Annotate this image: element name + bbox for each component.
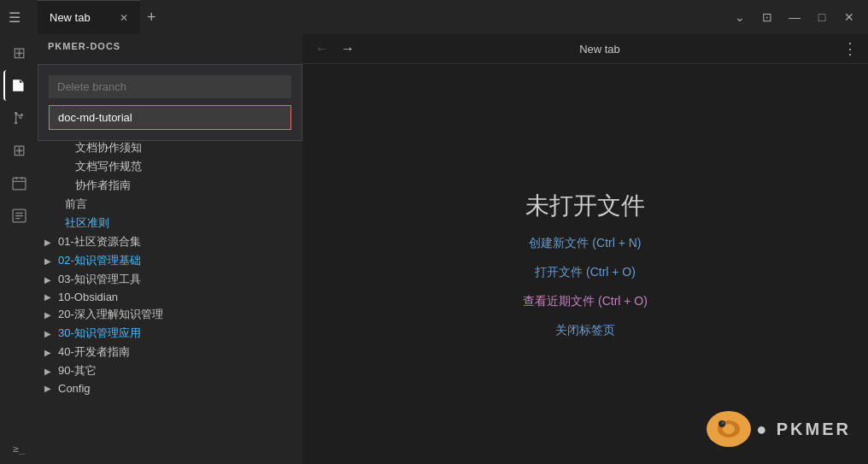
chevron-icon: ▶ (44, 292, 55, 302)
activity-pages[interactable] (3, 200, 34, 231)
maximize-button[interactable]: □ (810, 5, 834, 29)
tree-item-30[interactable]: ▶ 30-知识管理应用 (38, 324, 302, 343)
layout-icon[interactable]: ⊡ (755, 5, 779, 29)
tree-label: 前言 (65, 197, 87, 212)
main-body: 未打开文件 创建新文件 (Ctrl + N) 打开文件 (Ctrl + O) 查… (302, 64, 868, 464)
activity-files[interactable] (3, 70, 34, 101)
activity-bar: ⊞ ⊞ ≥_ (0, 34, 38, 464)
titlebar-left: ☰ (0, 9, 38, 26)
tree-label: 40-开发者指南 (58, 344, 130, 360)
sidebar: Pkmer-Docs ✎ 📁 ↕ ✕ doc-md-tutorial ▶ 00-… (38, 34, 302, 464)
recent-files-link[interactable]: 查看近期文件 (Ctrl + O) (523, 294, 648, 309)
tree-item-01[interactable]: ▶ 01-社区资源合集 (38, 232, 302, 251)
tree-label: 文档写作规范 (75, 159, 142, 174)
nav-back-button[interactable]: ← (313, 39, 331, 58)
tree-label: Config (58, 382, 91, 395)
active-tab[interactable]: New tab ✕ (38, 0, 140, 34)
close-tab-link[interactable]: 关闭标签页 (555, 323, 615, 338)
tree-item-03[interactable]: ▶ 03-知识管理工具 (38, 270, 302, 289)
branch-suggestion[interactable]: doc-md-tutorial (49, 105, 291, 130)
chevron-icon: ▶ (44, 238, 55, 247)
tree-label: 90-其它 (58, 363, 97, 379)
svg-point-9 (722, 422, 724, 425)
close-button[interactable]: ✕ (837, 5, 861, 29)
chevron-icon: ▶ (44, 256, 55, 266)
chevron-icon: ▶ (44, 329, 55, 338)
content-area: ⊞ ⊞ ≥_ Pkmer-Docs ✎ 📁 ↕ ✕ doc-md-tutoria… (0, 34, 868, 464)
tree-label: 协作者指南 (75, 178, 131, 193)
activity-terminal[interactable]: ≥_ (3, 433, 34, 464)
titlebar: ☰ New tab ✕ + ⌄ ⊡ — □ ✕ (0, 0, 868, 34)
main-header: ← → New tab ⋮ (302, 34, 868, 64)
pkmer-logo-circle (707, 411, 751, 447)
activity-layout[interactable]: ⊞ (3, 38, 34, 68)
tree-item-90[interactable]: ▶ 90-其它 (38, 361, 302, 380)
tree-item-preface[interactable]: 前言 (38, 195, 302, 214)
sidebar-root-label: Pkmer-Docs (38, 34, 302, 55)
activity-grid[interactable]: ⊞ (3, 135, 34, 166)
tree-label: 30-知识管理应用 (58, 326, 141, 341)
activity-calendar[interactable] (3, 167, 34, 198)
no-file-title: 未打开文件 (525, 190, 645, 222)
menu-icon[interactable]: ☰ (9, 9, 21, 26)
titlebar-right: ⌄ ⊡ — □ ✕ (721, 5, 868, 29)
tab-label: New tab (50, 11, 91, 24)
chevron-down-icon[interactable]: ⌄ (728, 5, 752, 29)
chevron-icon: ▶ (44, 275, 55, 285)
tree-item-writing-spec[interactable]: 文档写作规范 (38, 157, 302, 176)
main-content: ← → New tab ⋮ 未打开文件 创建新文件 (Ctrl + N) 打开文… (302, 34, 868, 464)
tree-item-collab-notice[interactable]: 文档协作须知 (38, 138, 302, 157)
chevron-icon: ▶ (44, 367, 55, 376)
delete-branch-input[interactable] (49, 75, 291, 98)
minimize-button[interactable]: — (783, 5, 806, 29)
tree-label: 10-Obsidian (58, 291, 118, 303)
delete-branch-overlay: doc-md-tutorial (38, 64, 302, 141)
tree-label: 02-知识管理基础 (58, 253, 141, 268)
tree-item-10[interactable]: ▶ 10-Obsidian (38, 289, 302, 305)
pkmer-logo: ● PKMER (707, 411, 851, 447)
tab-close-button[interactable]: ✕ (120, 12, 128, 24)
header-menu-button[interactable]: ⋮ (842, 39, 858, 58)
chevron-icon: ▶ (44, 310, 55, 320)
titlebar-tabs: New tab ✕ + (38, 0, 721, 34)
new-tab-button[interactable]: + (140, 0, 163, 34)
svg-rect-3 (13, 178, 26, 190)
chevron-icon: ▶ (44, 348, 55, 357)
chevron-icon: ▶ (44, 384, 55, 393)
svg-point-1 (15, 121, 17, 124)
tree-label: 文档协作须知 (75, 140, 142, 156)
tree-item-40[interactable]: ▶ 40-开发者指南 (38, 343, 302, 361)
tree-label: 20-深入理解知识管理 (58, 307, 163, 322)
tree-label: 01-社区资源合集 (58, 234, 141, 250)
tree-item-20[interactable]: ▶ 20-深入理解知识管理 (38, 305, 302, 324)
sidebar-tree: ▶ 00-关于 ▼ 协作者指南 doc-md-tutorial 文档协作须知 文… (38, 85, 302, 464)
tree-item-collab-guide[interactable]: 协作者指南 (38, 176, 302, 195)
tree-label: 社区准则 (65, 215, 109, 231)
create-new-file-link[interactable]: 创建新文件 (Ctrl + N) (529, 236, 641, 251)
tree-item-02[interactable]: ▶ 02-知识管理基础 (38, 251, 302, 270)
tree-label: 03-知识管理工具 (58, 272, 141, 287)
activity-branch[interactable] (3, 103, 34, 133)
tree-item-config[interactable]: ▶ Config (38, 380, 302, 396)
svg-point-2 (21, 114, 23, 116)
tree-item-community-rules[interactable]: 社区准则 (38, 214, 302, 232)
breadcrumb: New tab (364, 43, 836, 56)
nav-forward-button[interactable]: → (338, 39, 357, 58)
open-file-link[interactable]: 打开文件 (Ctrl + O) (535, 265, 636, 280)
pkmer-text: ● PKMER (756, 420, 851, 439)
